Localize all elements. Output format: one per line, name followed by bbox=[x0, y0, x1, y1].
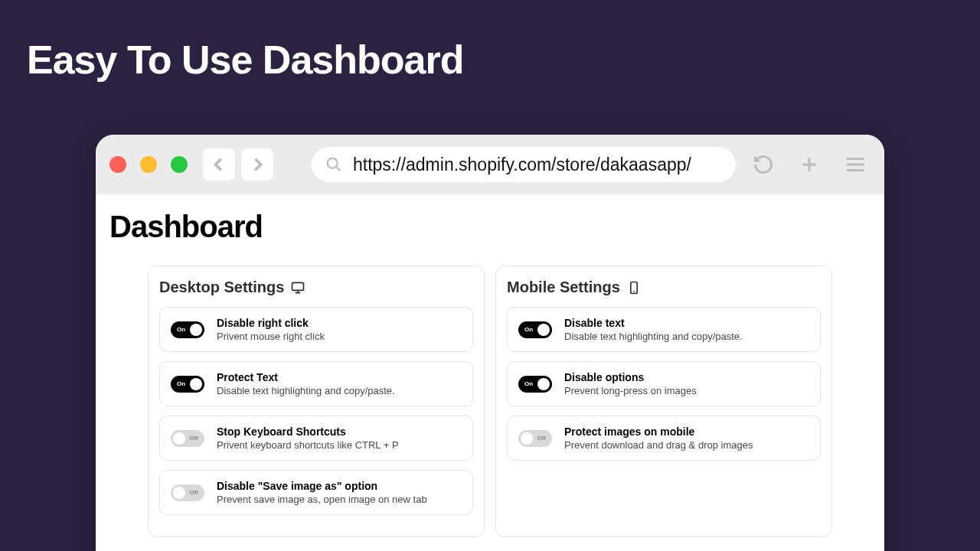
setting-text: Stop Keyboard Shortcuts Privent keyboard… bbox=[217, 425, 399, 451]
setting-title: Disable text bbox=[564, 317, 743, 329]
svg-rect-7 bbox=[292, 282, 304, 290]
hero-title: Easy To Use Dashboard bbox=[27, 37, 463, 83]
url-text: https://admin.shopify.com/store/dakaasap… bbox=[353, 155, 691, 175]
mobile-icon bbox=[626, 280, 642, 295]
setting-title: Disable options bbox=[564, 371, 697, 383]
mobile-heading: Mobile Settings bbox=[507, 279, 620, 296]
desktop-settings-panel: Desktop Settings On Disable right click … bbox=[148, 266, 485, 537]
close-window-icon[interactable] bbox=[109, 156, 126, 173]
toggle-save-image-as[interactable]: Off bbox=[171, 484, 204, 501]
setting-title: Protect Text bbox=[217, 371, 395, 383]
setting-desc: Prevent download and drag & drop images bbox=[564, 439, 753, 451]
browser-window: https://admin.shopify.com/store/dakaasap… bbox=[96, 135, 884, 551]
svg-line-1 bbox=[336, 167, 341, 171]
toggle-knob bbox=[537, 378, 550, 390]
setting-protect-images-mobile: Off Protect images on mobile Prevent dow… bbox=[507, 416, 821, 461]
desktop-heading: Desktop Settings bbox=[159, 279, 284, 296]
setting-disable-right-click: On Disable right click Privent mouse rig… bbox=[159, 307, 473, 352]
setting-text: Disable text Disable text highlighting a… bbox=[564, 317, 743, 342]
back-button[interactable] bbox=[203, 148, 235, 181]
search-icon bbox=[325, 156, 342, 173]
setting-title: Protect images on mobile bbox=[564, 425, 753, 438]
desktop-icon bbox=[290, 280, 305, 295]
setting-title: Disable "Save image as" option bbox=[217, 480, 427, 492]
forward-button[interactable] bbox=[241, 148, 273, 181]
toggle-label: On bbox=[524, 326, 533, 333]
setting-desc: Privent mouse right click bbox=[217, 331, 325, 342]
minimize-window-icon[interactable] bbox=[140, 156, 157, 173]
setting-protect-text: On Protect Text Disable text highlightin… bbox=[159, 361, 473, 406]
setting-title: Stop Keyboard Shortcuts bbox=[217, 425, 399, 438]
menu-button[interactable] bbox=[840, 149, 871, 180]
toggle-disable-options[interactable]: On bbox=[518, 376, 552, 393]
maximize-window-icon[interactable] bbox=[171, 156, 188, 173]
setting-disable-options: On Disable options Prevent long-press on… bbox=[507, 361, 821, 406]
setting-text: Disable right click Privent mouse right … bbox=[217, 317, 325, 342]
setting-text: Protect Text Disable text highlighting a… bbox=[217, 371, 395, 396]
hamburger-icon bbox=[844, 153, 867, 176]
toggle-disable-text-mobile[interactable]: On bbox=[518, 321, 552, 338]
setting-title: Disable right click bbox=[217, 317, 325, 329]
toggle-label: On bbox=[524, 380, 533, 387]
chevron-left-icon bbox=[211, 156, 227, 173]
setting-text: Disable options Prevent long-press on im… bbox=[564, 371, 697, 396]
setting-desc: Prevent save image as, open image on new… bbox=[217, 494, 427, 505]
setting-desc: Privent keyboard shortcuts like CTRL + P bbox=[217, 439, 399, 451]
toggle-knob bbox=[190, 378, 202, 390]
setting-desc: Prevent long-press on images bbox=[564, 385, 697, 396]
toggle-protect-text[interactable]: On bbox=[171, 376, 204, 393]
toggle-knob bbox=[173, 432, 185, 445]
toggle-keyboard-shortcuts[interactable]: Off bbox=[171, 430, 204, 447]
svg-point-0 bbox=[328, 158, 338, 168]
traffic-lights bbox=[109, 156, 188, 173]
reload-button[interactable] bbox=[748, 149, 779, 180]
toggle-knob bbox=[173, 487, 185, 499]
new-tab-button[interactable] bbox=[794, 149, 825, 180]
toggle-label: Off bbox=[189, 489, 198, 496]
reload-icon bbox=[753, 154, 774, 175]
mobile-settings-panel: Mobile Settings On Disable text Disable … bbox=[495, 266, 832, 537]
page-title: Dashboard bbox=[109, 210, 871, 244]
setting-text: Disable "Save image as" option Prevent s… bbox=[217, 480, 427, 505]
toggle-label: On bbox=[177, 326, 185, 333]
setting-desc: Disable text highlighting and copy/paste… bbox=[564, 331, 743, 342]
toggle-label: Off bbox=[537, 435, 546, 442]
settings-panels: Desktop Settings On Disable right click … bbox=[109, 266, 871, 537]
mobile-panel-header: Mobile Settings bbox=[507, 279, 821, 296]
desktop-panel-header: Desktop Settings bbox=[159, 279, 473, 296]
toggle-disable-right-click[interactable]: On bbox=[171, 321, 204, 338]
nav-buttons bbox=[203, 148, 273, 181]
chevron-right-icon bbox=[249, 156, 266, 173]
toggle-knob bbox=[537, 324, 550, 336]
toggle-knob bbox=[521, 432, 533, 445]
toggle-label: Off bbox=[189, 435, 198, 442]
setting-save-image-as: Off Disable "Save image as" option Preve… bbox=[159, 470, 473, 515]
setting-desc: Disable text highlighting and copy/paste… bbox=[217, 385, 395, 396]
plus-icon bbox=[799, 155, 819, 174]
toggle-label: On bbox=[177, 380, 185, 387]
setting-keyboard-shortcuts: Off Stop Keyboard Shortcuts Privent keyb… bbox=[159, 416, 473, 461]
browser-chrome: https://admin.shopify.com/store/dakaasap… bbox=[96, 135, 884, 194]
setting-text: Protect images on mobile Prevent downloa… bbox=[564, 425, 753, 451]
toggle-protect-images-mobile[interactable]: Off bbox=[518, 430, 552, 447]
toggle-knob bbox=[190, 324, 202, 336]
address-bar[interactable]: https://admin.shopify.com/store/dakaasap… bbox=[312, 147, 736, 182]
chrome-actions bbox=[748, 149, 871, 180]
page-content: Dashboard Desktop Settings On Disable ri… bbox=[96, 194, 884, 551]
setting-disable-text-mobile: On Disable text Disable text highlightin… bbox=[507, 307, 821, 352]
